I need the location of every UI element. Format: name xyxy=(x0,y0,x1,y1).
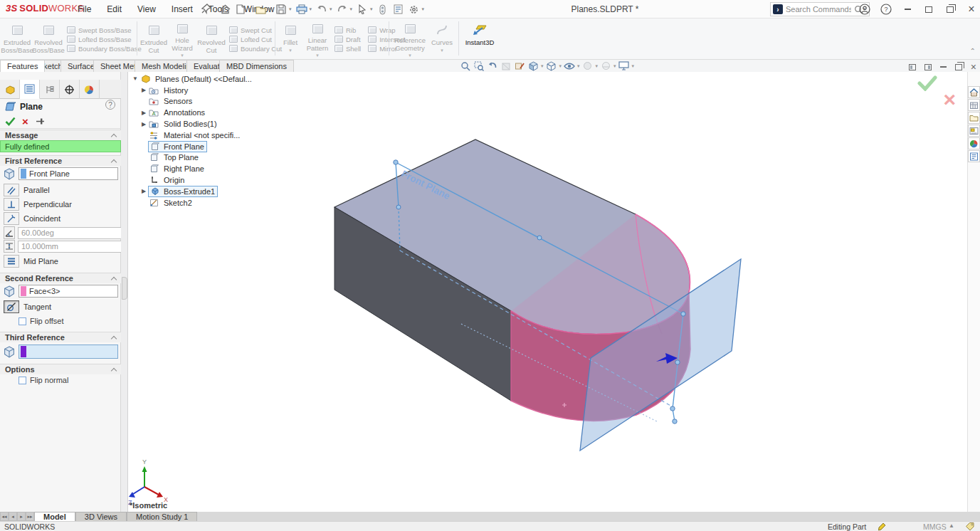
tree-item-material[interactable]: Material <not specifi... xyxy=(131,130,295,141)
tree-item-origin[interactable]: Origin xyxy=(131,174,295,186)
property-manager-tab[interactable] xyxy=(20,80,40,99)
tree-item-front-plane[interactable]: Front Plane xyxy=(131,141,295,152)
pin-menu-icon[interactable] xyxy=(201,3,214,16)
view-palette-icon[interactable] xyxy=(968,125,980,137)
help-icon[interactable]: ? xyxy=(105,100,115,110)
selected-tree-item[interactable]: Front Plane xyxy=(148,141,207,152)
ok-button[interactable] xyxy=(5,117,16,126)
first-reference-selection-box[interactable]: Front Plane xyxy=(19,167,118,180)
swept-cut-button[interactable]: Swept Cut xyxy=(229,26,282,34)
status-units[interactable]: MMGS xyxy=(923,522,947,531)
scroll-next-icon[interactable]: ▸ xyxy=(17,512,26,521)
display-manager-tab[interactable] xyxy=(80,80,100,99)
hide-show-items-icon[interactable] xyxy=(564,61,575,71)
tree-item-sketch2[interactable]: Sketch2 xyxy=(131,197,295,209)
reference-geometry-button[interactable]: Reference Geometry▾ xyxy=(391,20,428,58)
perpendicular-option[interactable]: Perpendicular xyxy=(0,198,121,211)
third-reference-section-header[interactable]: Third Reference xyxy=(0,332,121,342)
select-cursor-icon[interactable] xyxy=(355,2,369,16)
minimize-icon[interactable] xyxy=(902,4,913,15)
feature-manager-tree-tab[interactable] xyxy=(0,80,20,99)
tab-motion-study-1[interactable]: Motion Study 1 xyxy=(127,512,197,521)
fillet-button[interactable]: Fillet▾ xyxy=(278,20,303,58)
swept-boss-base-button[interactable]: Swept Boss/Base xyxy=(67,26,142,34)
angle-input[interactable] xyxy=(18,227,126,239)
boundary-cut-button[interactable]: Boundary Cut xyxy=(229,45,282,53)
curves-button[interactable]: Curves▾ xyxy=(428,20,455,58)
menu-view[interactable]: View xyxy=(130,4,164,14)
panel-collapse-handle[interactable] xyxy=(122,277,127,300)
scroll-last-icon[interactable]: ▸▸ xyxy=(26,512,34,521)
scroll-first-icon[interactable]: ◂◂ xyxy=(0,512,9,521)
second-reference-selection-box[interactable]: Face<3> xyxy=(19,285,118,298)
tab-3d-views[interactable]: 3D Views xyxy=(75,512,127,521)
tags-icon[interactable] xyxy=(965,522,975,531)
second-reference-section-header[interactable]: Second Reference xyxy=(0,273,121,283)
extruded-boss-base-button[interactable]: Extruded Boss/Base xyxy=(1,20,33,58)
tree-item-sensors[interactable]: Sensors xyxy=(131,96,295,107)
options-section-header[interactable]: Options xyxy=(0,364,121,374)
cancel-button[interactable]: × xyxy=(22,117,28,126)
tree-item-boss-extrude1[interactable]: ▶ Boss-Extrude1 xyxy=(131,186,295,197)
login-account-icon[interactable] xyxy=(859,4,870,15)
expand-arrow-icon[interactable]: ▶ xyxy=(139,188,148,194)
zoom-to-area-icon[interactable] xyxy=(473,61,485,71)
tab-model[interactable]: Model xyxy=(34,512,75,521)
tab-mbd-dimensions[interactable]: MBD Dimensions xyxy=(219,60,294,72)
hole-wizard-button[interactable]: Hole Wizard▾ xyxy=(168,20,196,58)
draft-button[interactable]: Draft xyxy=(334,36,361,43)
restore-icon[interactable] xyxy=(944,4,956,15)
undo-icon[interactable] xyxy=(315,2,329,16)
mid-plane-option[interactable]: Mid Plane xyxy=(0,255,121,268)
appearances-scenes-icon[interactable] xyxy=(968,137,980,149)
offset-distance-input[interactable] xyxy=(18,241,126,253)
tree-item-solid-bodies[interactable]: ▶ Solid Bodies(1) xyxy=(131,118,295,130)
view-settings-icon[interactable] xyxy=(618,61,630,71)
scroll-prev-icon[interactable]: ◂ xyxy=(9,512,17,521)
display-style-icon[interactable] xyxy=(546,61,557,71)
section-view-icon[interactable] xyxy=(500,61,512,71)
design-library-icon[interactable] xyxy=(968,99,980,111)
rib-button[interactable]: Rib xyxy=(334,26,361,34)
tree-item-history[interactable]: ▶ History xyxy=(131,85,295,96)
open-icon[interactable] xyxy=(254,2,268,16)
save-icon[interactable] xyxy=(274,2,288,16)
document-minimize-icon[interactable] xyxy=(940,66,947,68)
rebuild-icon[interactable] xyxy=(376,2,390,16)
expand-arrow-icon[interactable]: ▶ xyxy=(139,87,148,93)
document-restore-icon[interactable] xyxy=(955,64,962,70)
file-explorer-icon[interactable] xyxy=(968,112,980,124)
boundary-boss-base-button[interactable]: Boundary Boss/Base xyxy=(67,45,142,53)
lofted-boss-base-button[interactable]: Lofted Boss/Base xyxy=(67,36,142,43)
edit-appearance-icon[interactable] xyxy=(582,61,594,71)
apply-scene-icon[interactable] xyxy=(600,61,611,71)
expand-arrow-icon[interactable]: ▶ xyxy=(139,121,148,127)
document-close-icon[interactable]: × xyxy=(971,61,976,73)
message-section-header[interactable]: Message xyxy=(0,130,121,140)
instant3d-button[interactable]: Instant3D xyxy=(461,20,498,58)
third-reference-selection-box[interactable] xyxy=(19,345,118,359)
tree-item-top-plane[interactable]: Top Plane xyxy=(131,152,295,164)
home-icon[interactable] xyxy=(218,2,232,16)
expand-arrow-icon[interactable]: ▶ xyxy=(139,110,148,116)
custom-properties-icon[interactable] xyxy=(968,150,980,162)
flip-offset-checkbox-row[interactable]: Flip offset xyxy=(0,317,121,325)
menu-file[interactable]: File xyxy=(70,4,99,14)
solidworks-resources-home-icon[interactable] xyxy=(968,86,980,98)
linear-pattern-button[interactable]: Linear Pattern▾ xyxy=(303,20,332,58)
previous-view-icon[interactable] xyxy=(487,61,498,71)
parallel-option[interactable]: Parallel xyxy=(0,184,121,196)
coincident-option[interactable]: Coincident xyxy=(0,212,121,225)
menu-edit[interactable]: Edit xyxy=(99,4,130,14)
file-properties-icon[interactable] xyxy=(391,2,406,16)
revolved-boss-base-button[interactable]: Revolved Boss/Base xyxy=(33,20,64,58)
units-dropdown-icon[interactable]: ▲ xyxy=(949,522,954,529)
close-icon[interactable]: × xyxy=(966,4,977,15)
tree-item-root[interactable]: ▼ Planes (Default) <<Defaul... xyxy=(131,73,295,85)
revolved-cut-button[interactable]: Revolved Cut xyxy=(196,20,226,58)
tree-item-right-plane[interactable]: Right Plane xyxy=(131,163,295,174)
pin-button[interactable] xyxy=(35,117,46,126)
zoom-to-fit-icon[interactable] xyxy=(460,61,471,71)
confirm-corner-ok-button[interactable] xyxy=(917,75,937,91)
split-pane-left-icon[interactable] xyxy=(909,64,916,70)
